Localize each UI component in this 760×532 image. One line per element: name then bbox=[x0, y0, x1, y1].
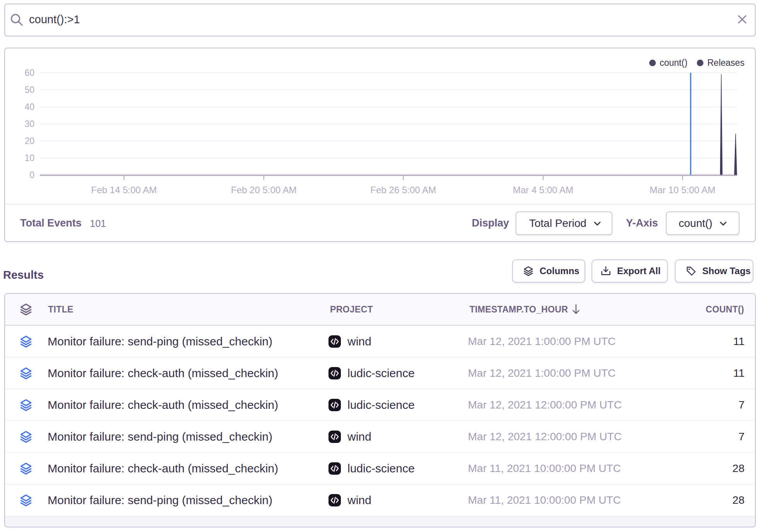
svg-text:30: 30 bbox=[24, 119, 34, 129]
svg-text:10: 10 bbox=[24, 153, 34, 163]
svg-text:0: 0 bbox=[29, 170, 34, 180]
svg-text:Feb 20 5:00 AM: Feb 20 5:00 AM bbox=[231, 185, 296, 195]
svg-text:Mar 4 5:00 AM: Mar 4 5:00 AM bbox=[513, 185, 573, 195]
svg-text:40: 40 bbox=[24, 102, 34, 112]
svg-text:Feb 26 5:00 AM: Feb 26 5:00 AM bbox=[370, 185, 436, 195]
svg-text:50: 50 bbox=[24, 85, 34, 95]
svg-text:Feb 14 5:00 AM: Feb 14 5:00 AM bbox=[91, 185, 156, 195]
svg-text:60: 60 bbox=[24, 68, 34, 78]
svg-text:20: 20 bbox=[24, 136, 34, 146]
svg-text:Mar 10 5:00 AM: Mar 10 5:00 AM bbox=[650, 185, 715, 195]
